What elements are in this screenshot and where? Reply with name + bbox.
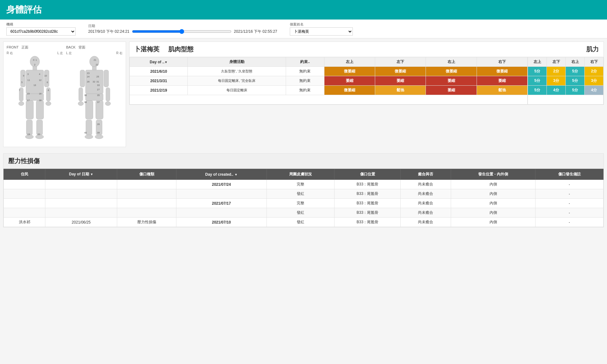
front-label-text: FRONT 正面 xyxy=(7,45,28,50)
front-side-labels: R 右 L 左 xyxy=(7,51,63,55)
svg-rect-4 xyxy=(44,70,49,87)
svg-text:21: 21 xyxy=(94,59,96,61)
muscle-date: 2021/2/19 xyxy=(130,86,188,95)
date-label: 日期 xyxy=(88,24,277,28)
s-ru: 5分 xyxy=(566,76,585,86)
strength-table-row: 5分 4分 5分 4分 xyxy=(528,86,604,95)
svg-text:4: 4 xyxy=(39,73,40,76)
pr-created: 2021/07/24 xyxy=(176,180,266,189)
muscle-table-row: 2021/6/10 久臥型態', '久坐型態 無約束 微萎縮 微萎縮 微萎縮 微… xyxy=(130,67,528,76)
strength-table-row: 5分 2分 5分 2分 xyxy=(528,67,604,76)
ph-location: 傷口位置 xyxy=(335,169,401,180)
front-body-svg: 0 1 2 3 4 9 10 11 12 5 6 7 8 13 15 16 17 xyxy=(7,55,63,144)
svg-text:36: 36 xyxy=(84,94,87,97)
front-labels: FRONT 正面 xyxy=(7,45,63,50)
muscle-date: 2021/3/31 xyxy=(130,76,188,86)
svg-text:32: 32 xyxy=(93,80,95,83)
muscle-lu: 萎縮 xyxy=(324,76,375,86)
muscle-rl: 微萎縮 xyxy=(477,67,527,76)
svg-text:0: 0 xyxy=(33,59,34,61)
pressure-section: 壓力性損傷 住民 Day of 日期 ▼ 傷口種類 Day of created… xyxy=(3,153,604,227)
org-field-group: 機構 601cf7ca2b9b0f00282cd28c xyxy=(6,22,76,36)
muscle-constraint: 無約束 xyxy=(286,67,324,76)
pr-position: 內側 xyxy=(451,180,535,189)
date-range-row: 2017/9/10 下午 02:24:21 2021/12/16 下午 02:5… xyxy=(88,29,277,34)
svg-text:23: 23 xyxy=(87,72,89,75)
muscle-ru: 微萎縮 xyxy=(426,67,477,76)
ph-skin: 周圍皮膚狀況 xyxy=(266,169,335,180)
svg-text:12: 12 xyxy=(39,79,41,82)
pressure-table-scroll[interactable]: 住民 Day of 日期 ▼ 傷口種類 Day of created.. ▼ 周… xyxy=(3,169,604,227)
s-rl: 4分 xyxy=(585,86,604,95)
date-slider[interactable] xyxy=(132,29,232,34)
s-ll: 4分 xyxy=(547,86,566,95)
svg-point-43 xyxy=(78,101,83,105)
date-end: 2021/12/16 下午 02:55:27 xyxy=(234,29,277,34)
pr-resident xyxy=(4,199,45,208)
pr-skin: 完整 xyxy=(266,180,335,189)
svg-point-8 xyxy=(46,101,51,105)
muscle-constraint: 無約束 xyxy=(286,86,324,95)
pr-skin: 發紅 xyxy=(266,218,335,227)
pr-position: 內側 xyxy=(451,208,535,218)
ph-healing: 癒合與否 xyxy=(400,169,451,180)
pr-healing: 尚未癒合 xyxy=(400,199,451,208)
s-ru: 5分 xyxy=(566,86,585,95)
pressure-header: 壓力性損傷 xyxy=(3,154,604,169)
pr-healing: 尚未癒合 xyxy=(400,208,451,218)
front-left-label: L 左 xyxy=(57,51,63,55)
svg-text:11: 11 xyxy=(27,79,30,82)
pr-note: - xyxy=(535,180,604,189)
pr-note: - xyxy=(535,208,604,218)
back-diagram: BACK 背面 L 左 R 右 xyxy=(66,45,123,144)
pr-healing: 尚未癒合 xyxy=(400,180,451,189)
col-constraint: 約束.. xyxy=(286,57,324,67)
ph-created: Day of created.. ▼ xyxy=(176,169,266,180)
pressure-title: 壓力性損傷 xyxy=(8,157,40,164)
diagrams-container: FRONT 正面 R 右 L 左 xyxy=(7,45,123,144)
pr-created: 2021/07/10 xyxy=(176,218,266,227)
svg-rect-1 xyxy=(33,67,37,70)
muscle-morphology-table: Day of ..▼ 身體活動 約束.. 左上 左下 右上 右下 2021/6/… xyxy=(129,57,528,105)
muscle-date: 2021/6/10 xyxy=(130,67,188,76)
pr-created xyxy=(176,189,266,199)
muscle-activity: 每日固定離床 xyxy=(188,86,286,95)
muscle-patient-name: 卜湛梅英 xyxy=(134,45,159,54)
svg-text:37: 37 xyxy=(97,101,100,104)
pressure-table-row: 2021/07/17 完整 B33：尾骶骨 尚未癒合 內側 - xyxy=(4,199,604,208)
pr-location: B33：尾骶骨 xyxy=(335,189,401,199)
patient-select[interactable]: 卜湛梅英 xyxy=(290,27,353,36)
ph-position: 發生位置 - 內外側 xyxy=(451,169,535,180)
svg-text:13: 13 xyxy=(33,84,36,87)
pr-location: B33：尾骶骨 xyxy=(335,199,401,208)
svg-rect-3 xyxy=(20,70,25,87)
strength-table-row: 5分 3分 5分 3分 xyxy=(528,76,604,86)
svg-text:17: 17 xyxy=(27,99,30,102)
front-diagram: FRONT 正面 R 右 L 左 xyxy=(7,45,63,144)
pr-date xyxy=(45,208,117,218)
muscle-rl: 萎縮 xyxy=(477,76,527,86)
pr-location: B33：尾骶骨 xyxy=(335,208,401,218)
muscle-lu: 微萎縮 xyxy=(324,67,375,76)
svg-rect-37 xyxy=(92,67,96,70)
ph-note: 傷口發生備註 xyxy=(535,169,604,180)
svg-text:9: 9 xyxy=(23,74,24,77)
pr-location: B33：尾骶骨 xyxy=(335,218,401,227)
patient-field-group: 個案姓名 卜湛梅英 xyxy=(290,22,353,36)
svg-rect-11 xyxy=(36,100,44,119)
pr-healing: 尚未癒合 xyxy=(400,218,451,227)
org-select[interactable]: 601cf7ca2b9b0f00282cd28c xyxy=(6,27,76,36)
s-lu: 5分 xyxy=(528,67,547,76)
pr-type xyxy=(117,180,176,189)
col-left-lower: 左下 xyxy=(375,57,426,67)
s-lu: 5分 xyxy=(528,76,547,86)
ph-type: 傷口種類 xyxy=(117,169,176,180)
svg-text:27: 27 xyxy=(97,88,100,91)
svg-text:2: 2 xyxy=(34,63,35,66)
strength-section-title: 肌力 xyxy=(586,45,599,54)
svg-text:19: 19 xyxy=(27,133,30,136)
pressure-table-row: 發紅 B33：尾骶骨 尚未癒合 內側 - xyxy=(4,189,604,199)
muscle-activity: 久臥型態', '久坐型態 xyxy=(188,67,286,76)
ph-date: Day of 日期 ▼ xyxy=(45,169,117,180)
svg-rect-10 xyxy=(26,100,34,119)
